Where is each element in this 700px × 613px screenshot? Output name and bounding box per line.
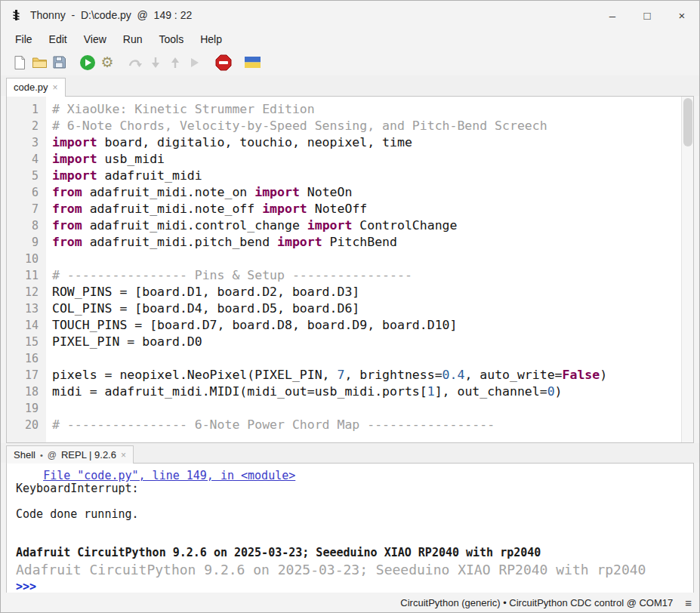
stop-button[interactable] <box>214 53 233 72</box>
menu-bar: File Edit View Run Tools Help <box>1 29 699 49</box>
title-bar: Thonny - D:\code.py @ 149 : 22 – □ × <box>1 1 699 29</box>
resume-button <box>185 53 205 72</box>
code-line: TOUCH_PINS = [board.D7, board.D8, board.… <box>52 317 681 334</box>
shell-output: File "code.py", line 149, in <module>Key… <box>16 470 693 593</box>
line-number: 15 <box>7 334 39 350</box>
menu-file[interactable]: File <box>7 31 41 48</box>
line-number: 5 <box>7 168 39 184</box>
line-number: 6 <box>7 184 39 201</box>
shell-tab-strip: Shell • @ REPL | 9.2.6 × <box>1 443 699 463</box>
code-editor[interactable]: 1234567891011121314151617181920 # XiaoUk… <box>6 96 694 443</box>
new-file-button[interactable] <box>10 53 29 72</box>
line-number: 1 <box>7 101 39 118</box>
line-number: 9 <box>7 234 39 251</box>
run-icon <box>79 54 96 71</box>
step-over-button <box>126 53 146 72</box>
code-line: # XiaoUke: Kinetic Strummer Edition <box>52 101 681 118</box>
code-line: ROW_PINS = [board.D1, board.D2, board.D3… <box>52 284 681 300</box>
scrollbar-thumb[interactable] <box>683 98 692 146</box>
line-number: 17 <box>7 367 39 384</box>
resume-icon <box>189 57 201 69</box>
line-number: 11 <box>7 267 39 284</box>
step-out-button <box>165 53 185 72</box>
circuitpython-repl-icon: @ <box>48 450 57 461</box>
status-menu-icon[interactable]: ≡ <box>685 596 692 609</box>
code-line: PIXEL_PIN = board.D0 <box>52 334 681 350</box>
thonny-window: { "window": { "title": "Thonny - D:\\cod… <box>0 0 700 613</box>
ukraine-flag-icon <box>245 57 261 68</box>
new-file-icon <box>13 55 26 70</box>
window-title: Thonny - D:\code.py @ 149 : 22 <box>30 9 192 21</box>
code-line: import board, digitalio, touchio, neopix… <box>52 134 681 151</box>
tab-label: code.py <box>14 82 48 93</box>
code-line: import adafruit_midi <box>52 168 681 184</box>
code-line <box>52 251 681 267</box>
code-line: from adafruit_midi.note_on import NoteOn <box>52 184 681 201</box>
shell-panel[interactable]: File "code.py", line 149, in <module>Key… <box>6 463 694 594</box>
maximize-button[interactable]: □ <box>630 1 665 29</box>
line-number: 8 <box>7 217 39 234</box>
shell-line <box>16 534 693 547</box>
code-line: # ---------------- 6-Note Power Chord Ma… <box>52 417 681 433</box>
debug-gear-icon: ⚙ <box>100 55 113 69</box>
status-bar: CircuitPython (generic) • CircuitPython … <box>1 593 699 612</box>
device-status-text[interactable]: CircuitPython (generic) • CircuitPython … <box>400 597 673 608</box>
editor-scrollbar[interactable] <box>681 97 693 442</box>
thonny-app-icon <box>10 9 23 22</box>
editor-tab-strip: code.py × <box>1 75 699 96</box>
debug-script-button[interactable]: ⚙ <box>97 53 117 72</box>
tab-shell[interactable]: Shell • @ REPL | 9.2.6 × <box>6 445 134 464</box>
menu-run[interactable]: Run <box>115 31 151 48</box>
shell-line: Code done running. <box>16 508 693 521</box>
line-number: 12 <box>7 284 39 300</box>
save-icon <box>52 55 66 69</box>
line-number: 13 <box>7 300 39 317</box>
shell-line: Adafruit CircuitPython 9.2.6 on 2025-03-… <box>16 559 693 580</box>
code-line <box>52 400 681 417</box>
shell-line: Adafruit CircuitPython 9.2.6 on 2025-03-… <box>16 547 693 559</box>
code-line: from adafruit_midi.note_off import NoteO… <box>52 201 681 217</box>
line-number: 10 <box>7 251 39 267</box>
line-number: 19 <box>7 400 39 417</box>
shell-tab-label: Shell <box>14 449 35 461</box>
tab-code-py[interactable]: code.py × <box>6 78 66 97</box>
close-button[interactable]: × <box>665 1 699 29</box>
line-number: 18 <box>7 384 39 400</box>
shell-line: KeyboardInterrupt: <box>16 482 693 495</box>
step-out-icon <box>170 57 180 69</box>
repl-tab-label: REPL | 9.2.6 <box>61 449 116 461</box>
ukraine-support-button[interactable] <box>242 53 262 72</box>
code-line: from adafruit_midi.control_change import… <box>52 217 681 234</box>
tab-close-icon[interactable]: × <box>53 82 58 93</box>
line-number-gutter: 1234567891011121314151617181920 <box>7 97 46 442</box>
shell-modified-dot: • <box>40 451 43 460</box>
line-number: 4 <box>7 151 39 168</box>
line-number: 14 <box>7 317 39 334</box>
minimize-button[interactable]: – <box>595 1 630 29</box>
open-file-button[interactable] <box>29 53 49 72</box>
menu-tools[interactable]: Tools <box>150 31 192 48</box>
menu-view[interactable]: View <box>76 31 115 48</box>
code-line <box>52 350 681 367</box>
step-into-icon <box>150 57 161 69</box>
shell-line <box>16 495 693 508</box>
save-button[interactable] <box>49 53 69 72</box>
shell-line <box>16 521 693 534</box>
shell-traceback-link[interactable]: File "code.py", line 149, in <module> <box>16 470 693 482</box>
shell-line: >>> <box>16 580 693 593</box>
code-line: from adafruit_midi.pitch_bend import Pit… <box>52 234 681 251</box>
line-number: 16 <box>7 350 39 367</box>
code-line: pixels = neopixel.NeoPixel(PIXEL_PIN, 7,… <box>52 367 681 384</box>
menu-help[interactable]: Help <box>192 31 230 48</box>
code-line: COL_PINS = [board.D4, board.D5, board.D6… <box>52 300 681 317</box>
code-line: # ---------------- Pins & Setup --------… <box>52 267 681 284</box>
open-folder-icon <box>32 56 48 69</box>
code-line: # 6-Note Chords, Velocity-by-Speed Sensi… <box>52 118 681 134</box>
shell-tab-close-icon[interactable]: × <box>121 450 126 461</box>
step-over-icon <box>128 57 143 69</box>
run-script-button[interactable] <box>78 53 97 72</box>
code-area[interactable]: # XiaoUke: Kinetic Strummer Edition# 6-N… <box>46 97 681 442</box>
menu-edit[interactable]: Edit <box>41 31 76 48</box>
stop-icon <box>215 54 232 71</box>
window-controls: – □ × <box>595 1 699 29</box>
